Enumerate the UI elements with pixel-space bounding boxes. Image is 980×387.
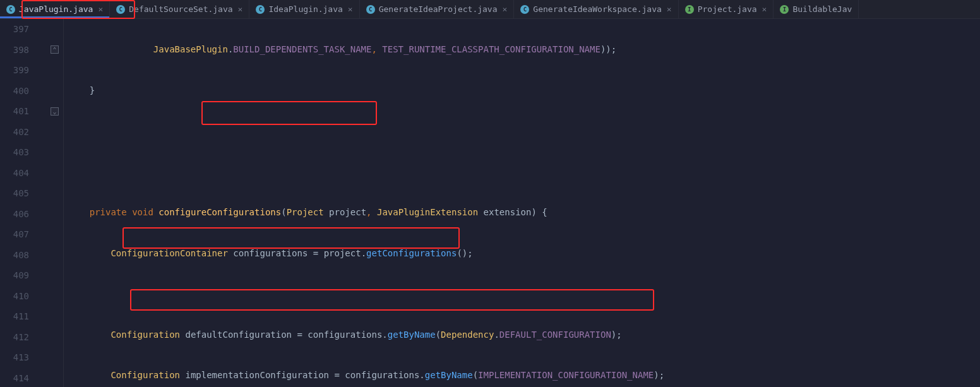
line-number: 403 — [0, 142, 29, 163]
code-line — [64, 121, 980, 141]
tab-buildablejava[interactable]: I BuildableJav — [774, 0, 859, 18]
line-number: 398 — [0, 40, 29, 61]
tab-defaultsourceset[interactable]: C DefaultSourceSet.java × — [110, 0, 249, 18]
class-file-icon: C — [256, 5, 265, 14]
line-number: 404 — [0, 163, 29, 184]
tab-label: GenerateIdeaWorkspace.java — [533, 4, 662, 14]
code-line: private void configureConfigurations(Pro… — [64, 202, 980, 223]
tab-project[interactable]: I Project.java × — [679, 0, 774, 18]
line-number: 408 — [0, 245, 29, 266]
icon-gutter — [38, 19, 49, 387]
fold-down-icon[interactable]: ⌄ — [51, 107, 59, 116]
class-file-icon: C — [116, 5, 125, 14]
class-file-icon: C — [520, 5, 529, 14]
code-line: Configuration defaultConfiguration = con… — [64, 324, 980, 345]
fold-up-icon[interactable]: ⌃ — [51, 45, 59, 54]
line-number: 402 — [0, 122, 29, 143]
code-line — [64, 162, 980, 182]
line-number-gutter: 3973983994004014024034044054064074084094… — [0, 19, 38, 387]
code-line: ConfigurationContainer configurations = … — [64, 243, 980, 264]
tab-label: JavaPlugin.java — [19, 4, 93, 14]
line-number: 410 — [0, 286, 29, 307]
code-line — [64, 283, 980, 304]
fold-gutter: ⌃ ⌄ — [49, 19, 64, 387]
code-line: Configuration implementationConfiguratio… — [64, 365, 980, 386]
line-number: 412 — [0, 327, 29, 348]
close-icon[interactable]: × — [237, 4, 243, 14]
editor-tabbar: C JavaPlugin.java × C DefaultSourceSet.j… — [0, 0, 980, 19]
class-file-icon: C — [366, 5, 375, 14]
close-icon[interactable]: × — [97, 4, 103, 14]
tab-label: DefaultSourceSet.java — [129, 4, 232, 14]
interface-file-icon: I — [780, 5, 789, 14]
code-line: } — [64, 80, 980, 101]
code-line: JavaBasePlugin.BUILD_DEPENDENTS_TASK_NAM… — [64, 39, 980, 60]
close-icon[interactable]: × — [761, 4, 767, 14]
interface-file-icon: I — [685, 5, 694, 14]
line-number: 413 — [0, 347, 29, 368]
close-icon[interactable]: × — [347, 4, 353, 14]
line-number: 414 — [0, 368, 29, 388]
tab-label: GenerateIdeaProject.java — [379, 4, 498, 14]
code-area[interactable]: JavaBasePlugin.BUILD_DEPENDENTS_TASK_NAM… — [64, 19, 980, 387]
line-number: 400 — [0, 81, 29, 102]
tab-label: IdeaPlugin.java — [268, 4, 342, 14]
close-icon[interactable]: × — [501, 4, 508, 14]
tab-javaplugin[interactable]: C JavaPlugin.java × — [0, 0, 110, 18]
tab-generateideaworkspace[interactable]: C GenerateIdeaWorkspace.java × — [514, 0, 678, 18]
tab-ideaplugin[interactable]: C IdeaPlugin.java × — [249, 0, 359, 18]
close-icon[interactable]: × — [666, 4, 672, 14]
tab-label: Project.java — [698, 4, 757, 14]
line-number: 405 — [0, 183, 29, 204]
line-number: 406 — [0, 204, 29, 225]
line-number: 401 — [0, 101, 29, 122]
code-editor[interactable]: 3973983994004014024034044054064074084094… — [0, 19, 980, 387]
line-number: 407 — [0, 224, 29, 245]
class-file-icon: C — [6, 5, 15, 14]
line-number: 411 — [0, 306, 29, 327]
line-number: 409 — [0, 265, 29, 286]
line-number: 399 — [0, 60, 29, 81]
tab-generateideaproject[interactable]: C GenerateIdeaProject.java × — [360, 0, 515, 18]
line-number: 397 — [0, 19, 29, 40]
tab-label: BuildableJav — [792, 4, 852, 14]
